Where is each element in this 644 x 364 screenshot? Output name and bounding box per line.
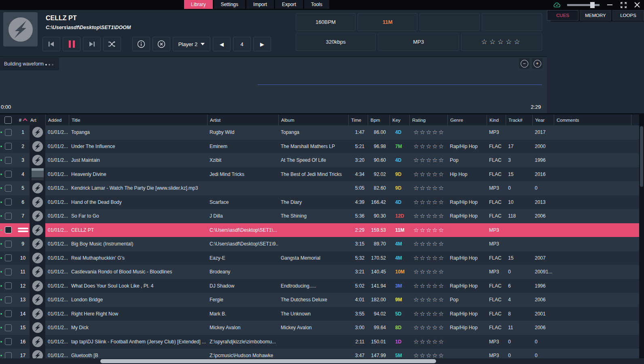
tab-loops[interactable]: LOOPS (612, 10, 644, 21)
table-row[interactable]: 12 01/01/2... What Does Your Soul Look L… (0, 279, 639, 293)
column-header-key[interactable]: Key (390, 114, 409, 125)
tab-memory[interactable]: MEMORY (580, 10, 611, 21)
column-header-genre[interactable]: Genre (447, 114, 487, 125)
table-row[interactable]: 9 01/01/2... Big Boy Music (Instrumental… (0, 237, 639, 251)
vertical-scrollbar[interactable] (639, 125, 644, 358)
row-checkbox[interactable] (5, 310, 12, 317)
volume-slider-thumb[interactable] (590, 2, 595, 8)
track-number-increment[interactable]: ▶ (253, 37, 271, 51)
tab-import[interactable]: Import (246, 0, 274, 9)
cell-comments (554, 307, 631, 321)
zoom-in-button[interactable]: + (532, 58, 542, 69)
loaded-indicator-dot (0, 257, 2, 259)
column-header-number[interactable]: # (16, 114, 30, 125)
cell-added: 01/01/2... (45, 251, 69, 265)
column-header-added[interactable]: Added (45, 114, 69, 125)
horizontal-scrollbar[interactable] (0, 358, 644, 364)
horizontal-scrollbar-thumb[interactable] (100, 359, 436, 363)
table-row[interactable]: 2 01/01/2... Under The Influence Eminem … (0, 140, 639, 154)
cell-album (278, 237, 348, 251)
table-row[interactable]: 5 01/01/2... Kendrick Lamar - Watch The … (0, 181, 639, 195)
row-checkbox[interactable] (5, 185, 12, 192)
table-row[interactable]: 10 01/01/2... Real Muthaphuckkin' G's Ea… (0, 251, 639, 265)
tab-cues[interactable]: CUES (547, 10, 578, 21)
row-checkbox[interactable] (5, 254, 12, 261)
row-checkbox[interactable] (5, 226, 12, 233)
column-header-kind[interactable]: Kind (487, 114, 506, 125)
row-checkbox[interactable] (5, 296, 12, 303)
rating-stars[interactable]: ☆☆☆☆☆ (481, 38, 522, 46)
table-row[interactable]: 13 01/01/2... London Bridge Fergie The D… (0, 293, 639, 307)
row-checkbox[interactable] (5, 352, 12, 358)
table-row[interactable]: 01/01/2... CELLZ PT C:\Users\asdf\Deskto… (0, 223, 639, 237)
vertical-scrollbar-thumb[interactable] (640, 126, 643, 187)
close-button[interactable] (633, 1, 641, 8)
cell-year: 0 (532, 349, 554, 358)
column-header-comments[interactable]: Comments (554, 114, 631, 125)
album-art (30, 140, 45, 154)
column-header-art[interactable]: Art (30, 114, 45, 125)
table-row[interactable]: 3 01/01/2... Just Maintain Xzibit At The… (0, 153, 639, 167)
row-checkbox[interactable] (5, 241, 12, 248)
column-header-album[interactable]: Album (278, 114, 348, 125)
row-checkbox[interactable] (5, 199, 12, 205)
volume-slider[interactable] (567, 4, 600, 6)
cell-time: 3:55 (348, 307, 368, 321)
row-checkbox[interactable] (5, 157, 12, 164)
tab-library[interactable]: Library (184, 0, 213, 9)
pause-button[interactable] (63, 37, 80, 51)
row-number: 9 (16, 237, 30, 251)
table-row[interactable]: 1 01/01/2... Topanga Rugby Wild Topanga … (0, 125, 639, 140)
cell-year: 2006 (532, 293, 554, 307)
eject-button[interactable] (153, 37, 170, 51)
album-art (30, 251, 45, 265)
minimize-button[interactable] (606, 1, 613, 8)
shuffle-button[interactable] (103, 37, 121, 51)
row-checkbox[interactable] (5, 143, 12, 150)
cell-time: 3:00 (348, 321, 368, 335)
column-header-time[interactable]: Time (348, 114, 368, 125)
column-header-bpm[interactable]: Bpm (368, 114, 390, 125)
table-row[interactable]: 16 01/01/2... tap tap\DJ Sliink - Footba… (0, 335, 639, 349)
cell-comments (554, 125, 631, 140)
cell-album: The Shining (278, 209, 348, 223)
row-checkbox[interactable] (5, 213, 12, 220)
row-checkbox[interactable] (5, 338, 12, 345)
table-row[interactable]: 17 01/01/2... Gluetooth [B Z:\pcmusic\Hu… (0, 349, 639, 358)
cell-year: 2000 (532, 140, 554, 154)
table-row[interactable]: 14 01/01/2... Right Here Right Now Mark … (0, 307, 639, 321)
cell-artist: Scarface (207, 195, 278, 210)
column-header-rating[interactable]: Rating (409, 114, 447, 125)
row-checkbox[interactable] (5, 171, 12, 178)
row-checkbox[interactable] (5, 324, 12, 331)
fullscreen-button[interactable] (620, 1, 627, 8)
column-header-track[interactable]: Track# (506, 114, 532, 125)
tab-settings[interactable]: Settings (214, 0, 245, 9)
table-row[interactable]: 15 01/01/2... My Dick Mickey Avalon Mick… (0, 321, 639, 335)
row-checkbox[interactable] (5, 269, 12, 275)
info-button[interactable] (132, 37, 150, 51)
row-checkbox[interactable] (5, 129, 12, 136)
next-track-button[interactable] (83, 37, 101, 51)
player-select-dropdown[interactable]: Player 2 (173, 37, 210, 51)
track-number-decrement[interactable]: ◀ (213, 37, 231, 51)
column-header-year[interactable]: Year (532, 114, 554, 125)
table-row[interactable]: 11 01/01/2... Castlevania Rondo of Blood… (0, 265, 639, 279)
cell-rating: ☆☆☆☆☆ (409, 307, 447, 321)
column-header-artist[interactable]: Artist (207, 114, 278, 125)
cell-year: 0 (532, 181, 554, 195)
tab-export[interactable]: Export (275, 0, 303, 9)
waveform-panel[interactable]: Building waveform − + 0:00 2:29 (0, 57, 551, 113)
track-rating-box[interactable]: ☆☆☆☆☆ (461, 33, 542, 51)
table-row[interactable]: 6 01/01/2... Hand of the Dead Body Scarf… (0, 195, 639, 210)
cloud-sync-icon[interactable] (553, 1, 561, 8)
row-checkbox[interactable] (5, 282, 12, 289)
cell-bpm: 94.02 (368, 307, 390, 321)
previous-track-button[interactable] (42, 37, 60, 51)
table-row[interactable]: 7 01/01/2... So Far to Go J Dilla The Sh… (0, 209, 639, 223)
tab-tools[interactable]: Tools (304, 0, 329, 9)
select-all-checkbox[interactable] (4, 116, 12, 124)
column-header-title[interactable]: Title (69, 114, 207, 125)
table-row[interactable]: 4 01/01/2... Heavenly Divine Jedi Mind T… (0, 167, 639, 182)
zoom-out-button[interactable]: − (519, 58, 530, 69)
